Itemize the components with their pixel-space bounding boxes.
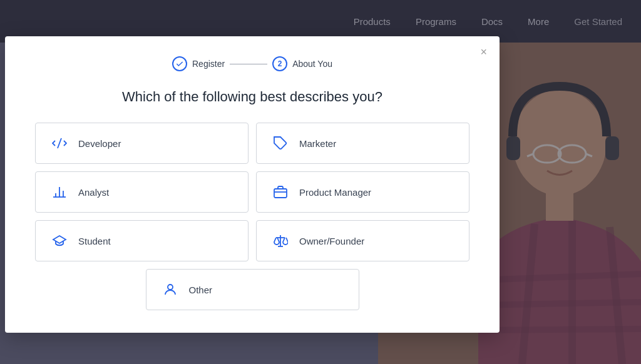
step-2-circle: 2 xyxy=(272,56,287,71)
option-product-manager[interactable]: Product Manager xyxy=(256,171,469,213)
option-analyst-label: Analyst xyxy=(78,187,109,198)
option-product-manager-label: Product Manager xyxy=(299,187,371,198)
option-analyst[interactable]: Analyst xyxy=(35,171,249,213)
scales-icon xyxy=(272,232,289,250)
question-text: Which of the following best describes yo… xyxy=(35,89,469,105)
modal: × Register 2 About You Which of the foll… xyxy=(5,36,500,333)
step-1-label: Register xyxy=(192,59,225,69)
option-owner-founder-label: Owner/Founder xyxy=(299,236,364,246)
tag-icon xyxy=(272,134,289,152)
option-student-label: Student xyxy=(78,236,111,246)
other-row: Other xyxy=(35,269,469,310)
option-other-label: Other xyxy=(189,285,213,295)
option-owner-founder[interactable]: Owner/Founder xyxy=(256,220,469,261)
svg-line-16 xyxy=(58,138,61,148)
briefcase-icon xyxy=(272,183,289,201)
option-developer[interactable]: Developer xyxy=(35,123,249,164)
stepper: Register 2 About You xyxy=(35,56,469,71)
close-button[interactable]: × xyxy=(480,46,487,58)
step-2-label: About You xyxy=(292,59,332,69)
svg-rect-22 xyxy=(274,189,287,198)
svg-point-27 xyxy=(168,285,173,290)
option-student[interactable]: Student xyxy=(35,220,249,261)
code-icon xyxy=(51,134,68,152)
person-icon xyxy=(162,281,179,298)
options-grid: Developer Marketer Analyst xyxy=(35,123,469,261)
modal-backdrop: × Register 2 About You Which of the foll… xyxy=(0,0,641,364)
option-developer-label: Developer xyxy=(78,138,121,149)
option-marketer-label: Marketer xyxy=(299,138,336,149)
graduation-icon xyxy=(51,232,68,250)
step-2: 2 About You xyxy=(272,56,332,71)
step-1: Register xyxy=(172,56,225,71)
option-other[interactable]: Other xyxy=(146,269,359,310)
bar-chart-icon xyxy=(51,183,68,201)
option-marketer[interactable]: Marketer xyxy=(256,123,469,164)
step-connector xyxy=(230,64,267,64)
step-1-circle xyxy=(172,56,187,71)
